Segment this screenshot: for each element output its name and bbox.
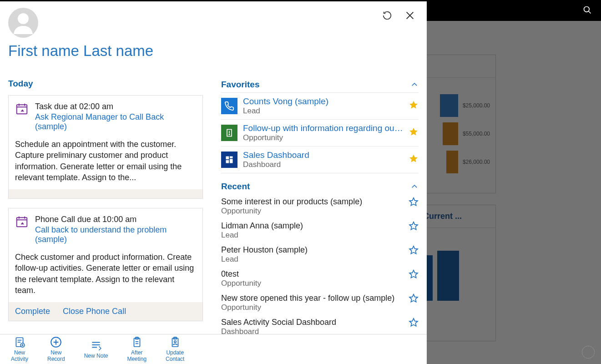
star-icon[interactable] <box>409 245 419 257</box>
update-contact-button[interactable]: UpdateContact <box>166 336 184 363</box>
refresh-button[interactable] <box>381 10 393 21</box>
task-icon <box>15 102 29 131</box>
favorite-type-icon <box>221 125 237 141</box>
favorite-subtitle: Dashboard <box>243 160 403 169</box>
dimmed-overlay <box>427 0 601 364</box>
collapse-recent-icon[interactable] <box>410 182 419 192</box>
task-body: Check customer and product information. … <box>9 246 202 302</box>
star-icon[interactable] <box>409 154 419 166</box>
svg-rect-17 <box>226 157 229 160</box>
favorite-title: Follow-up with information regarding our… <box>243 123 403 133</box>
avatar <box>8 8 38 40</box>
svg-rect-10 <box>17 217 27 227</box>
recent-title: Sales Activity Social Dashboard <box>221 318 403 327</box>
today-heading: Today <box>8 79 203 89</box>
svg-rect-20 <box>226 160 229 163</box>
new-record-button[interactable]: NewRecord <box>47 336 65 363</box>
star-icon[interactable] <box>409 318 419 329</box>
star-icon[interactable] <box>409 197 419 209</box>
recent-title: 0test <box>221 269 403 279</box>
svg-point-3 <box>18 13 29 24</box>
close-phone-call-button[interactable]: Close Phone Call <box>63 307 126 316</box>
favorite-item[interactable]: Sales DashboardDashboard <box>221 147 419 173</box>
complete-button[interactable]: Complete <box>15 307 50 316</box>
svg-point-16 <box>229 134 230 135</box>
new-note-button[interactable]: New Note <box>84 339 108 359</box>
recent-title: Some interest in our products (sample) <box>221 197 403 207</box>
recent-title: Lidman Anna (sample) <box>221 221 403 231</box>
recent-subtitle: Opportunity <box>221 279 403 288</box>
recent-item[interactable]: 0testOpportunity <box>221 267 419 291</box>
recent-subtitle: Lead <box>221 231 403 240</box>
search-icon[interactable] <box>583 5 592 17</box>
favorite-item[interactable]: Follow-up with information regarding our… <box>221 120 419 147</box>
recent-heading: Recent <box>221 182 250 192</box>
phonecall-icon <box>15 215 29 244</box>
close-button[interactable] <box>404 10 416 21</box>
assistant-bubble-icon[interactable] <box>582 346 595 359</box>
favorite-subtitle: Lead <box>243 106 403 116</box>
star-icon[interactable] <box>409 127 419 139</box>
task-footer <box>9 189 202 198</box>
svg-line-1 <box>589 11 591 14</box>
today-task-card[interactable]: Phone Call due at 10:00 am Call back to … <box>8 208 203 321</box>
recent-subtitle: Opportunity <box>221 207 403 216</box>
recent-title: New store opened this year - follow up (… <box>221 293 403 303</box>
collapse-favorites-icon[interactable] <box>410 81 419 91</box>
recent-item[interactable]: New store opened this year - follow up (… <box>221 291 419 315</box>
svg-rect-6 <box>17 105 27 114</box>
star-icon[interactable] <box>409 100 419 112</box>
task-body: Schedule an appointment with the custome… <box>9 133 202 189</box>
recent-item[interactable]: Peter Houston (sample)Lead <box>221 243 419 267</box>
favorite-type-icon <box>221 152 237 168</box>
favorite-item[interactable]: Counts Vong (sample)Lead <box>221 92 419 120</box>
assistant-panel: First name Last name Today <box>0 1 427 364</box>
star-icon[interactable] <box>409 221 419 233</box>
recent-subtitle: Opportunity <box>221 303 403 312</box>
favorites-heading: Favorites <box>221 80 259 90</box>
svg-point-0 <box>584 7 590 12</box>
svg-rect-18 <box>230 157 233 158</box>
after-meeting-button[interactable]: AfterMeeting <box>127 336 146 363</box>
task-title-link[interactable]: Ask Regional Manager to Call Back (sampl… <box>35 112 196 131</box>
recent-title: Peter Houston (sample) <box>221 245 403 255</box>
svg-point-39 <box>174 340 176 342</box>
star-icon[interactable] <box>409 269 419 281</box>
star-icon[interactable] <box>409 293 419 305</box>
new-activity-button[interactable]: NewActivity <box>11 336 28 363</box>
task-title-link[interactable]: Call back to understand the problem (sam… <box>35 225 196 244</box>
person-name: First name Last name <box>8 42 153 60</box>
today-task-card[interactable]: Task due at 02:00 am Ask Regional Manage… <box>8 95 203 199</box>
svg-rect-19 <box>230 159 233 163</box>
recent-subtitle: Lead <box>221 255 403 264</box>
task-due-line: Phone Call due at 10:00 am <box>35 215 196 224</box>
favorite-title: Sales Dashboard <box>243 150 403 160</box>
favorite-title: Counts Vong (sample) <box>243 96 403 106</box>
favorite-subtitle: Opportunity <box>243 133 403 142</box>
recent-item[interactable]: Some interest in our products (sample)Op… <box>221 194 419 218</box>
recent-item[interactable]: Lidman Anna (sample)Lead <box>221 218 419 243</box>
task-due-line: Task due at 02:00 am <box>35 102 196 111</box>
action-bar: NewActivity NewRecord New Note AfterMeet… <box>0 334 427 364</box>
favorite-type-icon <box>221 98 237 114</box>
